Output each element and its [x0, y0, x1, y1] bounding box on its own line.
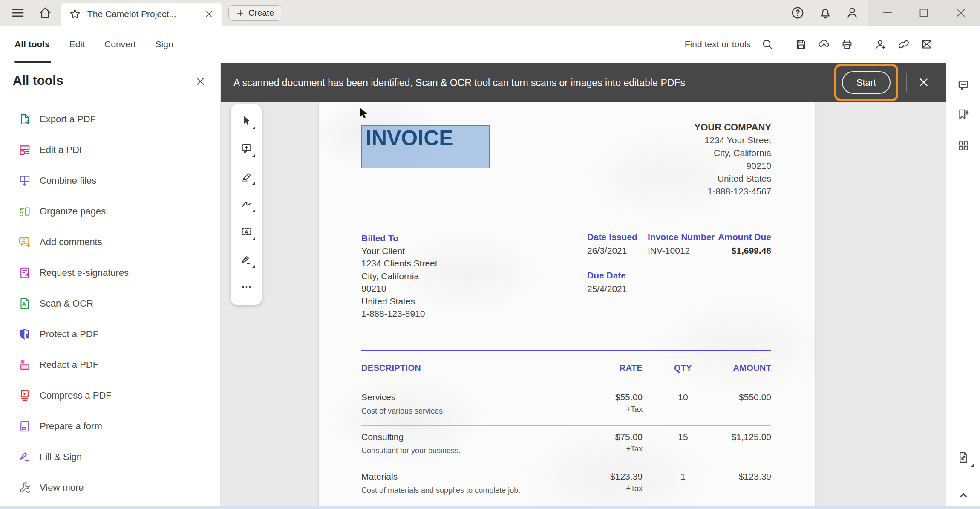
- right-panel-rail: [946, 63, 980, 509]
- row-divider: [361, 463, 771, 463]
- maximize-icon[interactable]: [917, 6, 931, 20]
- tool-list: Export a PDF Edit a PDF Combine files Or…: [0, 104, 220, 503]
- toolbar-divider: [864, 36, 864, 52]
- invoice-title: INVOICE: [366, 126, 453, 150]
- help-icon[interactable]: [790, 6, 805, 20]
- print-icon[interactable]: [841, 38, 853, 51]
- active-tab-underline: [14, 61, 51, 63]
- search-icon[interactable]: [761, 38, 774, 51]
- company-name: YOUR COMPANY: [695, 121, 772, 134]
- tab-edit[interactable]: Edit: [69, 39, 85, 49]
- tool-item-compress-pdf[interactable]: Compress a PDF: [0, 380, 220, 411]
- tool-item-edit-pdf[interactable]: Edit a PDF: [0, 135, 220, 165]
- page-thumbnails-icon[interactable]: [957, 139, 970, 153]
- document-tab[interactable]: The Camelot Project...: [61, 3, 222, 26]
- tab-all-tools[interactable]: All tools: [14, 39, 50, 49]
- billed-to-block: Billed To Your Client 1234 Clients Stree…: [361, 232, 438, 320]
- pdf-page[interactable]: INVOICE YOUR COMPANY 1234 Your Street Ci…: [319, 102, 815, 509]
- start-button-highlight: Start: [834, 64, 898, 101]
- banner-message: A scanned document has been identified, …: [233, 77, 685, 89]
- invoice-number-value: INV-10012: [648, 246, 690, 256]
- create-label: Create: [248, 8, 274, 18]
- window-close-icon[interactable]: [954, 6, 968, 20]
- draw-icon[interactable]: [231, 190, 262, 218]
- tool-item-protect-pdf[interactable]: Protect a PDF: [0, 319, 220, 350]
- titlebar: The Camelot Project... Create: [0, 0, 980, 26]
- combine-files-icon: [18, 174, 32, 188]
- window-bottom-edge: [0, 506, 980, 509]
- home-icon[interactable]: [38, 6, 52, 20]
- tab-convert[interactable]: Convert: [104, 39, 136, 49]
- banner-close-icon[interactable]: [918, 76, 930, 88]
- redact-pdf-icon: [18, 358, 32, 372]
- panel-title: All tools: [13, 73, 63, 88]
- acrobat-window: The Camelot Project... Create All tools …: [0, 0, 980, 509]
- highlight-icon[interactable]: [231, 162, 262, 190]
- add-comments-icon: [18, 235, 32, 249]
- tool-item-prepare-form[interactable]: Prepare a form: [0, 411, 220, 442]
- sign-icon[interactable]: [231, 246, 262, 273]
- prepare-form-icon: [18, 419, 32, 433]
- cloud-upload-icon[interactable]: [818, 38, 830, 51]
- start-button[interactable]: Start: [842, 71, 891, 94]
- tab-sign[interactable]: Sign: [156, 39, 173, 49]
- select-icon[interactable]: [231, 107, 262, 135]
- comments-panel-icon[interactable]: [957, 78, 970, 92]
- scan-ocr-banner: A scanned document has been identified, …: [221, 63, 946, 102]
- tab-close-icon[interactable]: [204, 9, 214, 19]
- due-date-label: Due Date: [587, 270, 626, 281]
- more-tools-icon[interactable]: [231, 273, 262, 301]
- find-text-label[interactable]: Find text or tools: [685, 39, 751, 49]
- banner-divider: [906, 73, 907, 92]
- tool-item-export-pdf[interactable]: Export a PDF: [0, 104, 220, 135]
- date-issued-value: 26/3/2021: [587, 246, 627, 256]
- add-text-box-icon[interactable]: [231, 218, 262, 246]
- bookmarks-panel-icon[interactable]: [957, 107, 970, 121]
- organize-pages-icon: [18, 205, 32, 218]
- fit-page-icon[interactable]: [957, 451, 970, 464]
- toolbar-actions: Find text or tools: [685, 26, 980, 63]
- header-amount: AMOUNT: [733, 363, 771, 373]
- all-tools-panel: All tools Export a PDF Edit a PDF Combin…: [0, 63, 221, 509]
- request-signature-icon[interactable]: [874, 38, 887, 51]
- tab-title: The Camelot Project...: [87, 9, 176, 19]
- tool-item-request-esignatures[interactable]: Request e-signatures: [0, 257, 220, 288]
- company-block: YOUR COMPANY 1234 Your Street City, Cali…: [695, 121, 772, 198]
- document-area: A scanned document has been identified, …: [221, 63, 946, 509]
- billed-to-label: Billed To: [361, 232, 438, 245]
- create-button[interactable]: Create: [228, 5, 281, 21]
- header-rate: RATE: [620, 363, 643, 373]
- table-top-rule: [361, 350, 771, 351]
- collapse-icon[interactable]: [957, 489, 970, 502]
- tool-item-organize-pages[interactable]: Organize pages: [0, 196, 220, 227]
- email-icon[interactable]: [920, 38, 933, 51]
- mouse-cursor: [355, 106, 371, 121]
- tool-item-combine-files[interactable]: Combine files: [0, 165, 220, 196]
- star-icon[interactable]: [69, 8, 81, 20]
- view-more-icon: [18, 481, 32, 495]
- date-issued-label: Date Issued: [587, 232, 637, 242]
- invoice-title-selection[interactable]: INVOICE: [361, 125, 490, 168]
- amount-due-value: $1,699.48: [732, 246, 771, 256]
- save-icon[interactable]: [795, 38, 807, 51]
- fill-sign-icon: [18, 450, 32, 464]
- minimize-icon[interactable]: [880, 6, 895, 20]
- tool-item-add-comments[interactable]: Add comments: [0, 227, 220, 257]
- edit-pdf-icon: [18, 143, 32, 157]
- notifications-icon[interactable]: [818, 6, 833, 20]
- account-icon[interactable]: [845, 6, 859, 20]
- request-esignatures-icon: [18, 266, 32, 280]
- tool-item-view-more[interactable]: View more: [0, 472, 220, 503]
- protect-pdf-icon: [18, 327, 32, 341]
- quick-tools-toolbar: [231, 104, 262, 305]
- export-pdf-icon: [18, 113, 32, 126]
- header-qty: QTY: [665, 363, 701, 373]
- panel-close-icon[interactable]: [195, 76, 206, 87]
- amount-due-label: Amount Due: [718, 232, 771, 242]
- link-icon[interactable]: [897, 38, 910, 51]
- menu-icon[interactable]: [11, 6, 25, 20]
- tool-item-fill-sign[interactable]: Fill & Sign: [0, 442, 220, 472]
- tool-item-redact-pdf[interactable]: Redact a PDF: [0, 350, 220, 380]
- tool-item-scan-ocr[interactable]: Scan & OCR: [0, 288, 220, 319]
- add-comment-icon[interactable]: [231, 135, 262, 162]
